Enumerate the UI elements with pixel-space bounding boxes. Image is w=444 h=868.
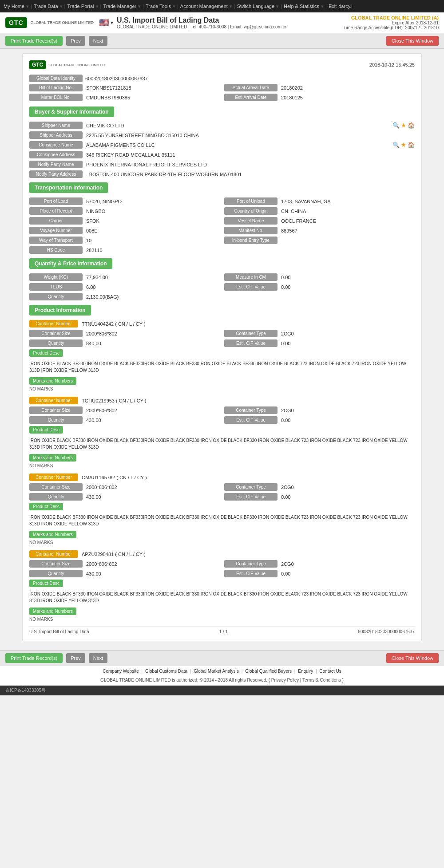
container-type-value-3: 2CG0	[281, 485, 415, 490]
nav-trade-manager[interactable]: Trade Manager	[103, 4, 136, 9]
product-desc-label-c4: Product Desc	[29, 580, 63, 587]
esti-arrival-value: 20180125	[281, 95, 415, 100]
page-title: U.S. Import Bill of Lading Data	[117, 16, 287, 24]
container-number-value-2: TGHU0219953 ( CN / L / CY )	[82, 398, 415, 403]
shipper-name-row: Shipper Name CHEMIK CO LTD 🔍 ★ 🏠	[29, 122, 415, 129]
header-title-area: U.S. Import Bill of Lading Data GLOBAL T…	[117, 16, 287, 29]
transportation-header: Transportation Information	[29, 182, 108, 193]
port-of-unload-value: 1703, SAVANNAH, GA	[281, 199, 415, 204]
top-navigation: My Home ▾ | Trade Data ▾ | Trade Portal …	[0, 0, 444, 12]
marks-value-c4: NO MARKS	[29, 617, 415, 622]
next-button[interactable]: Next	[89, 36, 108, 46]
port-of-load-label: Port of Load	[29, 197, 83, 205]
footer-links: Company Website | Global Customs Data | …	[0, 666, 444, 676]
nav-help-statistics[interactable]: Help & Statistics	[284, 4, 319, 9]
expire-info: Expire After 2018-12-31	[343, 20, 439, 25]
container-size-value-4: 2000*806*802	[86, 561, 220, 567]
link-global-buyers[interactable]: Global Qualified Buyers	[245, 669, 292, 674]
measure-in-cm-label: Measure in CM	[224, 273, 278, 281]
estl-cif-value-c2: 0.00	[281, 418, 415, 423]
estl-cif-value: 0.00	[281, 284, 415, 290]
teus-value: 6.00	[86, 284, 220, 290]
link-enquiry[interactable]: Enquiry	[298, 669, 313, 674]
shipper-address-row: Shipper Address 2225 55 YUNSHI STREET NI…	[29, 131, 415, 139]
estl-cif-label-c3: Estl. CIF Value	[224, 493, 278, 501]
doc-timestamp: 2018-10-12 15:45:25	[369, 62, 415, 67]
container-item-3: Container Number CMAU1165782 ( CN / L / …	[29, 473, 415, 545]
actual-arrival-value: 20180202	[281, 85, 415, 91]
nav-switch-language[interactable]: Switch Language	[237, 4, 274, 9]
shipper-address-value: 2225 55 YUNSHI STREET NINGBO 315010 CHIN…	[86, 133, 415, 138]
prev-button[interactable]: Prev	[66, 36, 85, 46]
global-data-identity-label: Global Data Identity	[29, 75, 83, 82]
weight-label: Weight (KG)	[29, 273, 83, 281]
estl-cif-value-c4: 0.00	[281, 571, 415, 576]
consignee-name-label: Consignee Name	[29, 141, 83, 149]
container-size-label-2: Container Size	[29, 406, 83, 414]
header-bar: GTC GLOBAL TRADE ONLINE LIMITED 🇺🇸 ▾ U.S…	[0, 12, 444, 33]
search-icon[interactable]: 🔍	[392, 122, 400, 129]
quantity-price-section: Quantity & Price Information Weight (KG)…	[29, 258, 415, 300]
voyage-number-label: Voyage Number	[29, 227, 83, 234]
doc-header: GTC GLOBAL TRADE ONLINE LIMITED 2018-10-…	[29, 60, 415, 69]
close-button-bottom[interactable]: Close This Window	[386, 653, 439, 663]
print-button[interactable]: Print Trade Record(s)	[5, 36, 63, 46]
shipper-address-label: Shipper Address	[29, 131, 83, 139]
notify-party-name-label: Notify Party Name	[29, 161, 83, 168]
bill-of-lading-label: Bill of Lading No.	[29, 84, 83, 91]
flag-dropdown-icon[interactable]: ▾	[111, 20, 113, 26]
link-global-customs[interactable]: Global Customs Data	[145, 669, 187, 674]
shipper-name-label: Shipper Name	[29, 122, 83, 129]
link-global-market[interactable]: Global Market Analysis	[194, 669, 239, 674]
logo: GTC	[5, 17, 27, 28]
teus-label: TEUS	[29, 283, 83, 291]
home-icon-2[interactable]: 🏠	[408, 142, 415, 148]
link-contact-us[interactable]: Contact Us	[319, 669, 341, 674]
prev-button-bottom[interactable]: Prev	[66, 653, 85, 663]
quantity-label: Quantity	[29, 293, 83, 300]
product-desc-value-c3: IRON OXIDE BLACK BF330 IRON OXIDE BLACK …	[29, 514, 415, 527]
quantity-label-c1: Quantity	[29, 339, 83, 347]
star-icon[interactable]: ★	[401, 122, 406, 129]
link-company-website[interactable]: Company Website	[103, 669, 139, 674]
container-number-label-4: Container Number	[29, 550, 78, 558]
country-of-origin-label: Country of Origin	[224, 207, 278, 215]
search-icon-2[interactable]: 🔍	[392, 142, 400, 148]
container-size-value-2: 2000*806*802	[86, 408, 220, 413]
container-item-1: Container Number TTNU1404242 ( CN / L / …	[29, 320, 415, 391]
product-info-header: Product Information	[29, 305, 91, 316]
mater-bol-row: Mater BOL No. CMDUNBST980385 Esti Arriva…	[29, 94, 415, 101]
nav-exit[interactable]: Exit	[329, 4, 337, 9]
nav-trade-tools[interactable]: Trade Tools	[146, 4, 171, 9]
consignee-name-row: Consignee Name ALABAMA PIGMENTS CO LLC 🔍…	[29, 141, 415, 149]
star-icon-2[interactable]: ★	[401, 142, 406, 148]
next-button-bottom[interactable]: Next	[89, 653, 108, 663]
vessel-name-value: OOCL FRANCE	[281, 218, 415, 224]
close-button[interactable]: Close This Window	[386, 36, 439, 46]
notify-party-address-label: Notify Party Address	[29, 170, 83, 178]
nav-account-management[interactable]: Account Management	[180, 4, 228, 9]
nav-my-home[interactable]: My Home	[4, 4, 24, 9]
quantity-label-c2: Quantity	[29, 416, 83, 424]
notify-party-address-row: Notify Party Address - BOSTON 400 UNICOR…	[29, 170, 415, 178]
quantity-value-c4: 430.00	[86, 571, 220, 576]
nav-trade-portal[interactable]: Trade Portal	[67, 4, 94, 9]
quantity-label-c3: Quantity	[29, 493, 83, 501]
container-number-label-2: Container Number	[29, 397, 78, 404]
port-of-load-value: 57020, NINGPO	[86, 199, 220, 204]
nav-trade-data[interactable]: Trade Data	[34, 4, 58, 9]
quantity-value: 2,130.00(BAG)	[86, 294, 415, 300]
product-desc-value-c4: IRON OXIDE BLACK BF330 IRON OXIDE BLACK …	[29, 591, 415, 604]
user-name: darcy.l	[338, 4, 353, 9]
print-button-bottom[interactable]: Print Trade Record(s)	[5, 653, 63, 663]
doc-type-footer: U.S. Import Bill of Lading Data	[29, 629, 89, 634]
container-number-value-1: TTNU1404242 ( CN / L / CY )	[82, 321, 415, 327]
bill-of-lading-value: SFOKNBS17121818	[86, 85, 220, 91]
way-of-transport-label: Way of Transport	[29, 237, 83, 244]
hs-code-label: HS Code	[29, 246, 83, 254]
voyage-number-value: 008E	[86, 228, 220, 233]
home-icon[interactable]: 🏠	[408, 122, 415, 129]
container-number-value-3: CMAU1165782 ( CN / L / CY )	[82, 475, 415, 480]
container-size-label-1: Container Size	[29, 330, 83, 337]
consignee-name-value: ALABAMA PIGMENTS CO LLC	[86, 142, 389, 148]
